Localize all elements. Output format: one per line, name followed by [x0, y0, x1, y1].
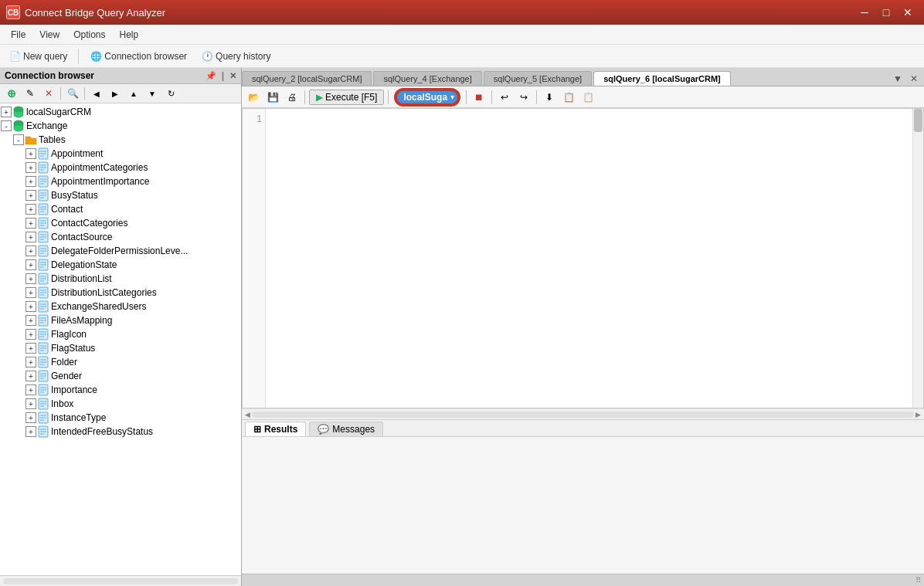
tree-expander-gender[interactable]: + [25, 370, 37, 382]
tree-expander-busystatus[interactable]: + [25, 189, 37, 202]
tree-item-gender[interactable]: +Gender [0, 369, 241, 383]
tree-item-folder[interactable]: +Folder [0, 355, 241, 369]
paste-button[interactable]: 📋 [579, 89, 596, 106]
nav-forward-button[interactable]: ▶ [107, 86, 124, 101]
connection-dropdown-arrow[interactable]: ▾ [450, 93, 454, 101]
refresh-button[interactable]: ↻ [162, 86, 179, 101]
tree-view[interactable]: +localSugarCRM-Exchange-Tables+Appointme… [0, 103, 241, 575]
tree-item-flagstatus[interactable]: +FlagStatus [0, 341, 241, 355]
tree-expander-appointment[interactable]: + [25, 147, 37, 160]
tree-expander-folder[interactable]: + [25, 356, 37, 368]
tree-expander-contact[interactable]: + [25, 203, 37, 215]
tree-item-instancetype[interactable]: +InstanceType [0, 411, 241, 425]
editor-scrollbar[interactable] [912, 109, 923, 408]
tab-list-button[interactable]: ▼ [891, 72, 905, 86]
nav-back-button[interactable]: ◀ [88, 86, 105, 101]
stop-button[interactable]: ⏹ [470, 89, 487, 106]
open-file-button[interactable]: 📂 [245, 89, 262, 106]
menu-help[interactable]: Help [114, 28, 145, 42]
h-scroll-track[interactable] [252, 412, 914, 418]
tree-item-busystatus[interactable]: +BusyStatus [0, 188, 241, 202]
maximize-button[interactable]: □ [876, 4, 896, 21]
undo-button[interactable]: ↩ [496, 89, 513, 106]
tab-sqlquery4[interactable]: sqlQuery_4 [Exchange] [373, 71, 481, 86]
tree-expander-appointmentcategories[interactable]: + [25, 161, 37, 174]
tree-expander-delegationstate[interactable]: + [25, 259, 37, 271]
delete-connection-button[interactable]: ✕ [40, 86, 57, 101]
tree-expander-importance[interactable]: + [25, 384, 37, 396]
tree-expander-exchange[interactable]: - [0, 120, 12, 132]
print-button[interactable]: 🖨 [284, 89, 301, 106]
tree-expander-exchangesharedusers[interactable]: + [25, 300, 37, 313]
scroll-track[interactable] [913, 109, 923, 408]
tree-item-localsugarcrm[interactable]: +localSugarCRM [0, 105, 241, 119]
execute-button[interactable]: ▶ Execute [F5] [309, 90, 384, 105]
tree-item-delegatefolderpermissionlevel[interactable]: +DelegateFolderPermissionLeve... [0, 244, 241, 258]
tree-item-fileasmapping[interactable]: +FileAsMapping [0, 313, 241, 327]
tree-item-appointmentcategories[interactable]: +AppointmentCategories [0, 161, 241, 174]
tree-item-inbox[interactable]: +Inbox [0, 397, 241, 411]
tree-expander-flagicon[interactable]: + [25, 328, 37, 340]
minimize-button[interactable]: ─ [854, 4, 875, 21]
tree-item-distributionlistcategories[interactable]: +DistributionListCategories [0, 286, 241, 300]
edit-connection-button[interactable]: ✎ [22, 86, 39, 101]
close-button[interactable]: ✕ [898, 4, 918, 21]
tree-item-intendedfreebusystatus[interactable]: +IntendedFreeBusyStatus [0, 425, 241, 439]
resize-grip[interactable]: ⠿ [916, 576, 921, 584]
menu-view[interactable]: View [33, 28, 66, 42]
query-history-button[interactable]: 🕐 Query history [195, 48, 276, 65]
tree-expander-distributionlist[interactable]: + [25, 273, 37, 285]
new-query-button[interactable]: 📄 New query [3, 48, 73, 65]
menu-file[interactable]: File [5, 28, 32, 42]
left-scrollbar[interactable] [0, 575, 241, 586]
nav-down-button[interactable]: ▼ [144, 86, 161, 101]
tree-item-exchange[interactable]: -Exchange [0, 119, 241, 133]
tree-item-exchangesharedusers[interactable]: +ExchangeSharedUsers [0, 300, 241, 313]
add-connection-button[interactable]: ⊕ [3, 86, 20, 101]
redo-button[interactable]: ↪ [515, 89, 532, 106]
results-tab-results[interactable]: ⊞ Results [245, 422, 306, 436]
nav-up-button[interactable]: ▲ [125, 86, 142, 101]
h-scroll-right[interactable]: ▶ [914, 411, 922, 418]
menu-options[interactable]: Options [67, 28, 111, 42]
tree-expander-appointmentimportance[interactable]: + [25, 175, 37, 188]
tab-sqlquery2[interactable]: sqlQuery_2 [localSugarCRM] [242, 71, 372, 86]
panel-close-button[interactable]: ✕ [229, 71, 236, 81]
h-scroll-left[interactable]: ◀ [243, 411, 252, 418]
tree-expander-fileasmapping[interactable]: + [25, 314, 37, 327]
tree-expander-localsugarcrm[interactable]: + [0, 106, 12, 118]
tree-item-tables[interactable]: -Tables [0, 133, 241, 147]
search-button[interactable]: 🔍 [64, 86, 81, 101]
save-file-button[interactable]: 💾 [264, 89, 281, 106]
tree-item-contactcategories[interactable]: +ContactCategories [0, 216, 241, 230]
editor-area[interactable]: 1 [242, 108, 924, 408]
tree-expander-intendedfreebusystatus[interactable]: + [25, 425, 37, 438]
copy-button[interactable]: 📋 [560, 89, 577, 106]
tree-item-delegationstate[interactable]: +DelegationState [0, 258, 241, 272]
tree-expander-flagstatus[interactable]: + [25, 342, 37, 354]
tree-item-contactsource[interactable]: +ContactSource [0, 230, 241, 244]
h-scrollbar[interactable]: ◀ ▶ [242, 408, 924, 419]
tab-sqlquery5[interactable]: sqlQuery_5 [Exchange] [484, 71, 592, 86]
tree-expander-instancetype[interactable]: + [25, 412, 37, 424]
results-tab-messages[interactable]: 💬 Messages [309, 422, 383, 436]
tree-item-contact[interactable]: +Contact [0, 202, 241, 216]
tree-item-importance[interactable]: +Importance [0, 383, 241, 397]
more-button[interactable]: ⬇ [541, 89, 558, 106]
tree-expander-delegatefolderpermissionlevel[interactable]: + [25, 245, 37, 257]
tree-expander-contactcategories[interactable]: + [25, 217, 37, 229]
editor-content[interactable] [266, 109, 912, 408]
connection-browser-button[interactable]: 🌐 Connection browser [84, 48, 192, 65]
tree-expander-contactsource[interactable]: + [25, 231, 37, 243]
tree-item-flagicon[interactable]: +FlagIcon [0, 327, 241, 341]
scroll-thumb[interactable] [914, 109, 922, 132]
tree-expander-tables[interactable]: - [12, 134, 25, 146]
tree-expander-inbox[interactable]: + [25, 398, 37, 410]
tree-item-appointmentimportance[interactable]: +AppointmentImportance [0, 174, 241, 188]
pin-button[interactable]: 📌 [206, 71, 216, 81]
connection-selector[interactable]: localSuga ▾ [396, 90, 459, 105]
tab-close-button[interactable]: ✕ [907, 72, 921, 86]
tree-item-distributionlist[interactable]: +DistributionList [0, 272, 241, 286]
tab-sqlquery6[interactable]: sqlQuery_6 [localSugarCRM] [593, 71, 731, 86]
tree-item-appointment[interactable]: +Appointment [0, 147, 241, 161]
